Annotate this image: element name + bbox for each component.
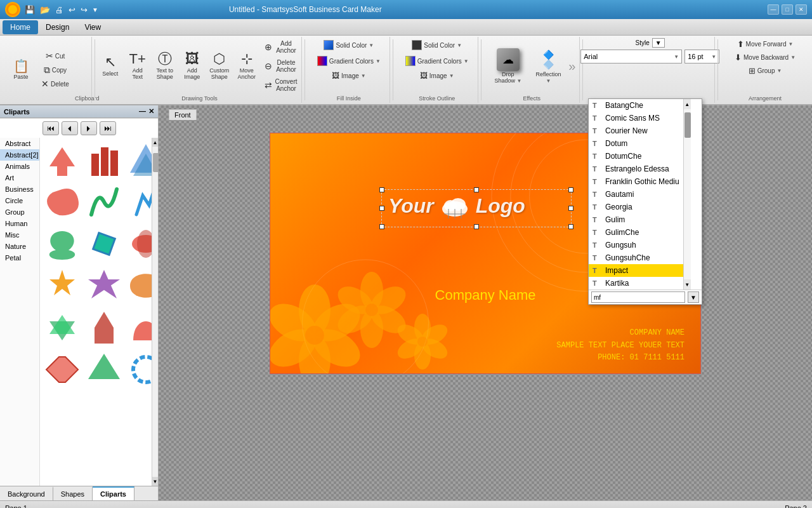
vscroll-down[interactable]: ▼ <box>152 477 158 486</box>
gradient-colors-fill-button[interactable]: Gradient Colors ▼ <box>314 54 384 68</box>
add-image-button[interactable]: 🖼 Add Image <box>180 50 205 83</box>
handle-bl[interactable] <box>379 224 384 229</box>
handle-tl[interactable] <box>379 187 384 192</box>
move-backward-button[interactable]: ⬇ Move Backward ▼ <box>731 51 799 64</box>
clipart-item-5[interactable] <box>126 182 152 222</box>
font-item-gulimche[interactable]: TGulimChe <box>589 226 683 239</box>
add-text-button[interactable]: T+ Add Text <box>125 50 150 83</box>
font-search-input[interactable] <box>591 291 685 303</box>
clipart-item-12[interactable] <box>43 308 82 347</box>
clipart-item-7[interactable] <box>84 224 124 264</box>
nav-prev[interactable]: ⏴ <box>62 121 78 135</box>
font-item-estrangelo-edessa[interactable]: TEstrangelo Edessa <box>589 163 683 175</box>
handle-mr[interactable] <box>568 206 573 211</box>
category-abstract2[interactable]: Abstract[2] <box>0 149 39 161</box>
quick-access-open[interactable]: 📂 <box>40 5 50 15</box>
font-scroll-down[interactable]: ▼ <box>684 279 691 290</box>
minimize-button[interactable]: — <box>768 4 779 15</box>
nav-last[interactable]: ⏭ <box>100 121 116 135</box>
panel-minimize[interactable]: — <box>139 107 146 116</box>
clipart-item-6[interactable] <box>43 224 82 264</box>
clipart-item-10[interactable] <box>84 266 124 305</box>
gradient-stroke-button[interactable]: Gradient Colors ▼ <box>402 54 472 68</box>
delete-anchor-button[interactable]: ⊖ Delete Anchor <box>261 57 302 75</box>
category-list[interactable]: AbstractAbstract[2]AnimalsArtBusinessCir… <box>0 138 40 486</box>
font-item-franklin-gothic-mediu[interactable]: TFranklin Gothic Mediu <box>589 175 683 188</box>
move-forward-button[interactable]: ⬆ Move Forward ▼ <box>731 38 799 50</box>
panel-tab-cliparts[interactable]: Cliparts <box>93 486 134 500</box>
quick-access-redo[interactable]: ↪ <box>81 5 88 15</box>
font-item-dotumche[interactable]: TDotumChe <box>589 150 683 163</box>
clipart-item-9[interactable] <box>43 266 82 305</box>
clipart-item-0[interactable] <box>43 140 82 180</box>
clipart-item-3[interactable] <box>43 182 82 222</box>
clipart-item-1[interactable] <box>84 140 124 180</box>
font-item-gungsuhche[interactable]: TGungsuhChe <box>589 251 683 264</box>
category-group[interactable]: Group <box>0 206 39 218</box>
handle-br[interactable] <box>568 224 573 229</box>
cut-button[interactable]: ✂ Cut <box>38 50 72 62</box>
quick-access-save[interactable]: 💾 <box>25 5 35 15</box>
font-item-gulim[interactable]: TGulim <box>589 213 683 226</box>
font-list[interactable]: TBatangCheTComic Sans MSTCourier NewTDot… <box>589 99 683 290</box>
quick-access-undo[interactable]: ↩ <box>69 5 75 15</box>
convert-anchor-button[interactable]: ⇄ Convert Anchor <box>261 76 302 94</box>
menu-design[interactable]: Design <box>38 20 77 34</box>
font-size-dropdown[interactable]: 16 pt ▼ <box>684 50 719 64</box>
close-button[interactable]: ✕ <box>796 4 807 15</box>
delete-button[interactable]: ✕ Delete <box>38 77 72 90</box>
clipart-grid[interactable] <box>40 138 152 486</box>
category-nature[interactable]: Nature <box>0 241 39 252</box>
font-item-gautami[interactable]: TGautami <box>589 188 683 201</box>
category-petal[interactable]: Petal <box>0 252 39 264</box>
category-human[interactable]: Human <box>0 218 39 229</box>
nav-first[interactable]: ⏮ <box>43 121 59 135</box>
handle-tc[interactable] <box>474 187 479 192</box>
category-misc[interactable]: Misc <box>0 229 39 241</box>
clipart-item-11[interactable] <box>126 266 152 305</box>
text-to-shape-button[interactable]: Ⓣ Text to Shape <box>152 50 178 83</box>
effects-more[interactable]: » <box>568 59 575 74</box>
group-button[interactable]: ⊞ Group ▼ <box>731 65 799 77</box>
move-anchor-button[interactable]: ⊹ Move Anchor <box>234 50 259 83</box>
clipart-item-15[interactable] <box>43 350 82 389</box>
handle-tr[interactable] <box>568 187 573 192</box>
nav-next[interactable]: ⏵ <box>81 121 97 135</box>
panel-tab-background[interactable]: Background <box>0 486 53 500</box>
menu-view[interactable]: View <box>77 20 108 34</box>
image-fill-button[interactable]: 🖼 Image ▼ <box>314 70 384 81</box>
clipart-item-17[interactable] <box>126 350 152 389</box>
clipart-vscroll[interactable]: ▲ ▼ <box>152 138 158 486</box>
solid-color-fill-button[interactable]: Solid Color ▼ <box>314 38 384 52</box>
font-item-impact[interactable]: TImpact <box>589 264 683 277</box>
font-search-scroll-down[interactable]: ▼ <box>688 291 699 303</box>
copy-button[interactable]: ⧉ Copy <box>38 64 72 76</box>
category-business[interactable]: Business <box>0 184 39 195</box>
clipart-item-2[interactable] <box>126 140 152 180</box>
category-abstract[interactable]: Abstract <box>0 138 39 149</box>
logo-selection[interactable]: Your Logo <box>381 189 572 227</box>
font-item-courier-new[interactable]: TCourier New <box>589 124 683 137</box>
image-stroke-button[interactable]: 🖼 Image ▼ <box>402 70 472 81</box>
font-item-gungsuh[interactable]: TGungsuh <box>589 239 683 251</box>
vscroll-up[interactable]: ▲ <box>152 138 158 147</box>
font-item-georgia[interactable]: TGeorgia <box>589 201 683 213</box>
font-scroll-up[interactable]: ▲ <box>684 99 691 109</box>
font-item-kartika[interactable]: TKartika <box>589 277 683 290</box>
font-item-comic-sans-ms[interactable]: TComic Sans MS <box>589 112 683 124</box>
font-item-dotum[interactable]: TDotum <box>589 137 683 150</box>
font-name-dropdown[interactable]: Arial ▼ <box>580 50 682 64</box>
select-button[interactable]: ↖ Select <box>98 53 123 79</box>
quick-access-print[interactable]: 🖨 <box>55 5 63 15</box>
category-art[interactable]: Art <box>0 172 39 184</box>
reflection-button[interactable]: 🔷 🔷 Reflection ▼ <box>532 45 565 87</box>
panel-tab-shapes[interactable]: Shapes <box>53 486 93 500</box>
custom-shape-button[interactable]: ⬡ Custom Shape <box>207 50 232 83</box>
paste-button[interactable]: 📋 Paste <box>6 57 36 83</box>
category-circle[interactable]: Circle <box>0 195 39 206</box>
maximize-button[interactable]: □ <box>782 4 793 15</box>
menu-home[interactable]: Home <box>3 20 38 34</box>
style-dropdown[interactable]: ▼ <box>652 38 665 48</box>
clipart-item-14[interactable] <box>126 308 152 347</box>
quick-access-dropdown[interactable]: ▼ <box>92 6 98 13</box>
